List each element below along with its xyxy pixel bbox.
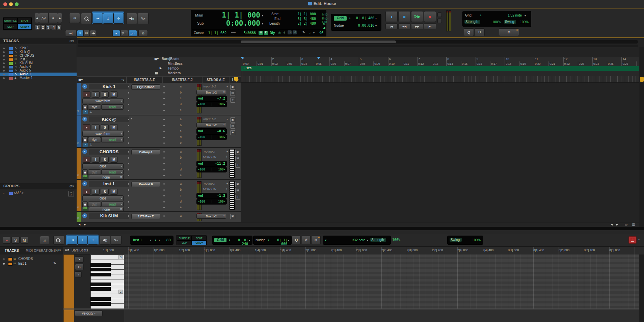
view-dropdown[interactable]: ▾ xyxy=(121,165,122,168)
send-slot[interactable]: c xyxy=(180,97,182,100)
automation-mode-button[interactable]: read▾ xyxy=(101,104,124,110)
mute-button[interactable]: M xyxy=(110,157,118,163)
insert-slot-dot[interactable] xyxy=(163,131,165,132)
automation-clock-chip[interactable]: ◔ xyxy=(83,143,88,147)
none-selector-icon[interactable]: ⧉ xyxy=(120,176,122,179)
insert-slot-dot[interactable] xyxy=(128,110,129,111)
record-button[interactable]: ● xyxy=(424,11,436,22)
midi-division-dropdown[interactable]: ▾ xyxy=(367,239,368,242)
track-view-selector[interactable]: clips▾ xyxy=(82,195,124,201)
column-inserts-f-j[interactable]: INSERTS F-J xyxy=(162,76,202,83)
zoom-in-button[interactable]: ◫ xyxy=(632,223,635,226)
track-view-selector[interactable]: clips▾ xyxy=(82,163,124,169)
piano-black-key[interactable] xyxy=(90,283,111,286)
strength-value[interactable]: 100% xyxy=(489,20,501,24)
input-monitor-button[interactable]: I xyxy=(92,124,100,130)
insert-chip[interactable]: 1176 Rev E xyxy=(131,214,160,219)
io-output-path[interactable]: MON L/R xyxy=(195,155,224,159)
insert-slot-dot[interactable] xyxy=(128,86,129,87)
send-slot[interactable]: a xyxy=(180,214,182,217)
scroll-marker[interactable] xyxy=(640,77,644,82)
pan-display[interactable]: ◂100100▸ xyxy=(196,199,227,205)
comments-button[interactable]: ▤ xyxy=(235,156,240,161)
secondary-scroll-strip[interactable] xyxy=(78,45,638,47)
insert-slot-dot[interactable] xyxy=(163,163,165,164)
add-lane-button[interactable]: + xyxy=(230,130,235,135)
send-slot[interactable]: e xyxy=(180,173,182,177)
track-name[interactable]: Kick @ xyxy=(20,50,30,54)
insert-chip[interactable]: Battery 4 xyxy=(131,150,160,155)
pan-display[interactable]: ◂100100▸ xyxy=(196,134,227,140)
vol-value[interactable]: -1.3 xyxy=(217,194,225,197)
main-counter-value[interactable]: 1| 1| 000 xyxy=(210,11,260,19)
track-name[interactable]: Audio 1 xyxy=(20,72,31,76)
markers-ruler-label[interactable]: ▤ Markers ◻ ＋ xyxy=(77,71,241,77)
transport-option-box-1[interactable] xyxy=(437,12,442,17)
add-lane-button[interactable]: + xyxy=(235,163,240,168)
track-view-selector[interactable]: waveform▾ xyxy=(82,131,124,137)
tabs-collapse-icon[interactable]: ⊙▾ xyxy=(56,248,61,252)
dyn-button[interactable]: dyn xyxy=(88,169,101,175)
insert-slot-dot[interactable] xyxy=(163,195,165,196)
midi-division-value[interactable]: 1/32 note xyxy=(343,238,365,242)
add-lane-button[interactable]: + xyxy=(235,195,240,200)
send-slot[interactable]: e xyxy=(180,206,182,209)
sidebar-track-row-kick-1[interactable]: ∿Kick 1 xyxy=(0,47,77,50)
midi-default-velocity[interactable]: 80 xyxy=(163,238,171,242)
object-view-button[interactable]: ▣ xyxy=(235,182,240,187)
patch-icon[interactable]: ⧉ xyxy=(77,142,79,145)
solo-button[interactable]: S xyxy=(101,189,109,195)
mirror-midi-button[interactable]: ↕‖ xyxy=(77,30,83,36)
send-slot[interactable]: c xyxy=(180,162,182,165)
midi-strength-value[interactable]: 100% xyxy=(392,238,400,242)
midi-editor-ruler[interactable]: ▤▾ Bars|Beats 1|1| 0001|1| 4801|2| 0001|… xyxy=(63,247,644,255)
insert-slot-dot[interactable] xyxy=(163,142,165,144)
pencil-mode-icon[interactable]: ✎ xyxy=(302,30,305,34)
midi-grid-badge[interactable]: Grid xyxy=(214,238,226,242)
none-selector[interactable]: none⧉ xyxy=(89,175,124,180)
minsecs-ruler-label[interactable]: Min:Secs xyxy=(77,61,241,66)
insert-slot-dot[interactable] xyxy=(163,201,165,203)
zoom-out-button[interactable]: ▭ xyxy=(624,223,627,226)
io-input-dropdown[interactable]: ▾ xyxy=(226,85,228,88)
volume-display[interactable]: vol-1.3 xyxy=(196,193,227,199)
pan-left[interactable]: ◂100 xyxy=(198,168,205,171)
io-input-dropdown[interactable]: ▾ xyxy=(226,150,228,153)
midi-zoom-button[interactable]: ≑ xyxy=(48,13,58,23)
collapse-button[interactable]: ▾ xyxy=(82,84,87,89)
zoom-preset-1[interactable]: 1 xyxy=(35,24,40,30)
markers-ruler[interactable] xyxy=(241,71,639,77)
tab-midi-operations[interactable]: MIDI OPERATIONS xyxy=(26,249,56,252)
grid-division-value[interactable]: 1/32 note xyxy=(497,14,522,17)
sidebar-track-row-master-1[interactable]: ΣMaster 1 xyxy=(0,76,77,80)
midi-pencil-button[interactable]: ✎▾ xyxy=(111,236,122,245)
group-az-toggle[interactable]: az xyxy=(68,191,74,196)
midi-solo-button[interactable]: S xyxy=(11,237,20,244)
mute-button[interactable]: M xyxy=(110,189,118,195)
insert-slot-dot[interactable] xyxy=(163,125,165,126)
pencil-tool-button[interactable]: ✎▾ xyxy=(138,13,149,24)
sub-counter-dropdown[interactable]: ▾ xyxy=(262,22,263,25)
automation-dropdown[interactable]: ▾ xyxy=(121,203,122,206)
send-slot[interactable]: d xyxy=(180,200,182,203)
column-sends-a-e[interactable]: SENDS A-E xyxy=(202,76,229,83)
piano-roll-grid[interactable] xyxy=(124,254,639,309)
sidebar-track-row-kick-[interactable]: ∿Kick @ xyxy=(0,50,77,54)
insert-slot-dot[interactable] xyxy=(128,183,129,185)
automation-dropdown[interactable]: ▾ xyxy=(121,106,122,109)
link-track-edit-selection-button[interactable]: ⊐→ xyxy=(129,30,137,36)
nudge-dropdown[interactable]: ▾ xyxy=(375,24,377,27)
automation-mode-button[interactable]: read▾ xyxy=(101,202,124,207)
sidebar-track-row-inst-1[interactable]: шInst 1 xyxy=(0,58,77,61)
io-output-meter-icon[interactable]: ⇞ xyxy=(223,214,225,217)
collapse-button[interactable]: ▾ xyxy=(82,117,87,122)
insert-slot-dot[interactable] xyxy=(128,125,129,126)
rewind-button[interactable]: ◀◀ xyxy=(398,23,410,29)
hscroll-left-button[interactable]: ◄ xyxy=(610,223,613,226)
record-enable-button[interactable]: ● xyxy=(83,124,90,130)
object-view-button[interactable]: ▣ xyxy=(230,117,235,123)
note-value-icon[interactable]: ♩ xyxy=(309,31,313,35)
selector-tool-button[interactable]: ⌶ xyxy=(103,13,113,24)
insert-slot-dot[interactable] xyxy=(128,119,129,120)
io-input[interactable]: Input 1-2▾ xyxy=(195,84,228,89)
